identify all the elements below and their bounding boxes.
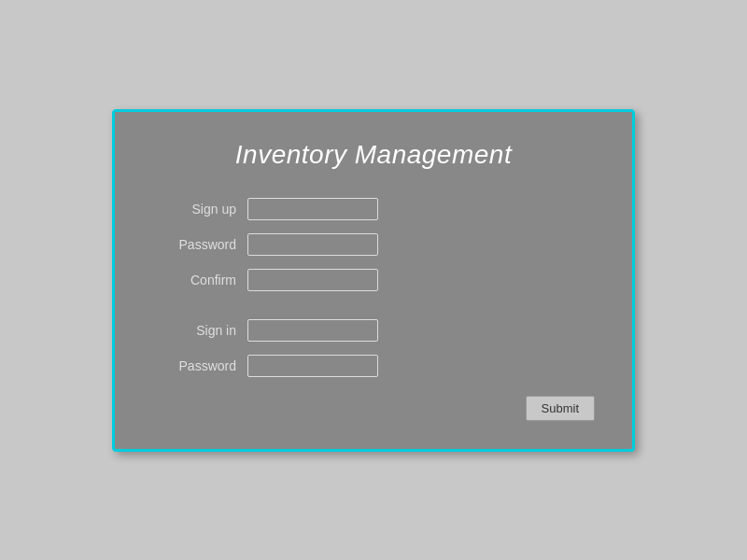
signup-input[interactable] xyxy=(247,198,378,220)
signup-password-row: Password xyxy=(152,233,595,256)
signup-password-label: Password xyxy=(152,237,236,252)
confirm-row: Confirm xyxy=(152,269,595,291)
signup-label: Sign up xyxy=(152,202,236,217)
dialog-title: Inventory Management xyxy=(152,140,595,170)
section-spacer xyxy=(152,310,595,319)
signin-label: Sign in xyxy=(152,323,236,338)
signin-password-row: Password xyxy=(152,355,595,377)
signin-row: Sign in xyxy=(152,319,595,342)
submit-row: Submit xyxy=(152,396,595,421)
signin-input[interactable] xyxy=(247,319,378,342)
confirm-label: Confirm xyxy=(152,273,236,287)
submit-button[interactable]: Submit xyxy=(526,396,595,421)
signin-section: Sign in Password xyxy=(152,319,595,377)
signin-password-input[interactable] xyxy=(247,355,378,377)
signup-password-input[interactable] xyxy=(247,233,378,256)
confirm-input[interactable] xyxy=(247,269,378,291)
signin-password-label: Password xyxy=(152,358,236,373)
signup-row: Sign up xyxy=(152,198,595,220)
dialog-box: Inventory Management Sign up Password Co… xyxy=(112,109,635,452)
signup-section: Sign up Password Confirm xyxy=(152,198,595,291)
